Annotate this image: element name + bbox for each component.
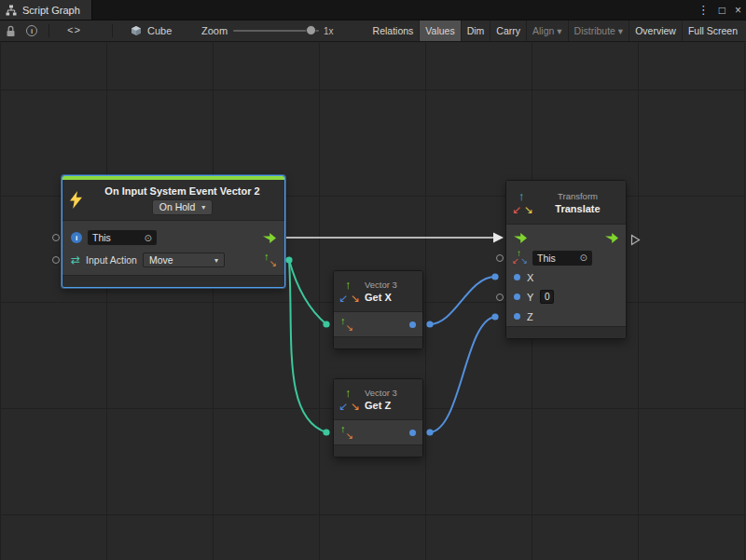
y-port-row: Y 0 [506, 287, 626, 307]
close-icon[interactable]: × [735, 4, 741, 17]
control-output-port[interactable] [263, 233, 276, 243]
this-input-port-circle[interactable] [496, 254, 504, 262]
control-output-port[interactable] [605, 233, 618, 243]
node-transform-translate[interactable]: ↑↙↘ Transform Translate ↑↙↘ This ⊙ [505, 180, 627, 339]
this-input-port-circle[interactable] [52, 234, 60, 241]
event-mode-dropdown[interactable]: On Hold ▾ [152, 199, 214, 215]
node-footer [506, 326, 626, 338]
self-icon: i [71, 232, 82, 243]
zoom-value: 1x [324, 20, 334, 41]
object-name: Cube [147, 25, 172, 36]
event-mode-value: On Hold [159, 201, 196, 212]
zoom-label: Zoom [201, 20, 228, 41]
maximize-icon[interactable]: □ [719, 4, 725, 17]
node-on-input-system-event-vector2[interactable]: On Input System Event Vector 2 On Hold ▾… [62, 175, 285, 288]
vector3-input-icon[interactable]: ↑↘ [340, 319, 352, 331]
x-input-port[interactable] [514, 274, 520, 280]
node-footer [334, 444, 422, 457]
node-get-z[interactable]: ↑↙↘ Vector 3 Get Z ↑↘ [333, 378, 423, 458]
x-port-row: X [506, 267, 626, 287]
y-input-port-circle[interactable] [496, 294, 504, 301]
vector3-icon: ↑↙↘ [340, 282, 358, 300]
this-object-field[interactable]: This ⊙ [532, 251, 592, 266]
transform-axis-icon: ↑↙↘ [514, 252, 526, 264]
z-port-label: Z [527, 311, 533, 322]
node-header: ↑↙↘ Vector 3 Get Z [334, 379, 422, 420]
zoom-slider[interactable] [233, 20, 319, 41]
values-button[interactable]: Values [419, 20, 460, 41]
z-input-port[interactable] [514, 313, 520, 320]
window-controls: ⋮ □ × [698, 0, 741, 20]
input-action-dropdown[interactable]: Move ▾ [143, 253, 225, 267]
y-port-label: Y [527, 292, 533, 303]
node-header: On Input System Event Vector 2 On Hold ▾ [62, 180, 284, 221]
node-body: ↑↙↘ This ⊙ X Y 0 Z [506, 225, 626, 326]
input-action-row: ⇄ Input Action Move ▾ ↑↘ [71, 250, 276, 270]
tab-script-graph[interactable]: Script Graph [0, 0, 92, 20]
node-title: Translate [555, 203, 600, 214]
node-title: Get Z [365, 400, 397, 411]
y-input-port[interactable] [514, 294, 520, 300]
vector3-input-icon[interactable]: ↑↘ [340, 427, 352, 439]
x-port-label: X [527, 272, 533, 283]
node-category: Transform [558, 191, 598, 201]
node-title: On Input System Event Vector 2 [104, 185, 259, 197]
port-row: ↑↘ [334, 312, 422, 336]
this-row: i This ⊙ [71, 227, 276, 248]
this-row: ↑↙↘ This ⊙ [506, 248, 626, 267]
node-title: Get X [365, 292, 397, 303]
distribute-button[interactable]: Distribute ▾ [568, 20, 629, 41]
overview-button[interactable]: Overview [629, 20, 682, 41]
flow-row [506, 228, 626, 248]
fullscreen-button[interactable]: Full Screen [682, 20, 743, 41]
vector2-output-icon[interactable]: ↑↘ [264, 254, 276, 266]
action-input-port-circle[interactable] [52, 256, 60, 264]
input-action-value: Move [149, 254, 173, 266]
relations-button[interactable]: Relations [367, 20, 420, 41]
transform-icon: ↑↙↘ [514, 194, 532, 212]
graph-object-field[interactable]: Cube [131, 20, 172, 41]
code-view-icon[interactable]: <> [67, 20, 81, 41]
node-footer [62, 275, 284, 287]
object-picker-icon[interactable]: ⊙ [580, 253, 587, 263]
z-port-row: Z [506, 307, 626, 326]
toolbar-separator [112, 24, 113, 37]
flow-continue-triangle[interactable] [630, 234, 641, 246]
port-row: ↑↘ [334, 420, 422, 444]
node-body: i This ⊙ ⇄ Input Action Move ▾ ↑↘ [62, 221, 284, 275]
zoom-slider-thumb[interactable] [306, 25, 316, 35]
carry-button[interactable]: Carry [490, 20, 526, 41]
node-get-x[interactable]: ↑↙↘ Vector 3 Get X ↑↘ [333, 270, 423, 349]
object-picker-icon[interactable]: ⊙ [145, 233, 152, 243]
this-label: This [537, 253, 556, 264]
lock-icon[interactable] [6, 20, 16, 41]
toolbar-separator [48, 24, 49, 37]
node-category: Vector 3 [365, 388, 397, 398]
this-object-field[interactable]: This ⊙ [88, 230, 157, 245]
y-value-field[interactable]: 0 [540, 290, 554, 304]
node-category: Vector 3 [365, 280, 397, 290]
graph-icon [6, 5, 17, 16]
dim-button[interactable]: Dim [461, 20, 490, 41]
chevron-down-icon: ▾ [214, 256, 218, 265]
x-output-port[interactable] [409, 321, 416, 328]
node-header: ↑↙↘ Transform Translate [506, 181, 626, 225]
inspect-icon[interactable]: i [26, 20, 37, 41]
this-label: This [92, 232, 111, 243]
kebab-menu-icon[interactable]: ⋮ [698, 3, 710, 17]
titlebar: Script Graph ⋮ □ × [0, 0, 746, 20]
align-button[interactable]: Align ▾ [526, 20, 568, 41]
input-action-icon: ⇄ [71, 253, 80, 266]
node-footer [334, 336, 422, 348]
chevron-down-icon: ▾ [201, 203, 205, 212]
cube-icon [131, 25, 142, 36]
node-header: ↑↙↘ Vector 3 Get X [334, 271, 422, 312]
graph-toolbar: i <> Cube Zoom 1x Relations Values Dim C… [0, 20, 746, 42]
control-input-port[interactable] [514, 233, 527, 243]
input-action-label: Input Action [86, 254, 137, 266]
tab-title: Script Graph [22, 5, 80, 16]
z-output-port[interactable] [409, 430, 416, 436]
lightning-icon [70, 191, 82, 209]
vector3-icon: ↑↙↘ [340, 390, 358, 408]
toolbar-buttons: Relations Values Dim Carry Align ▾ Distr… [367, 20, 743, 41]
